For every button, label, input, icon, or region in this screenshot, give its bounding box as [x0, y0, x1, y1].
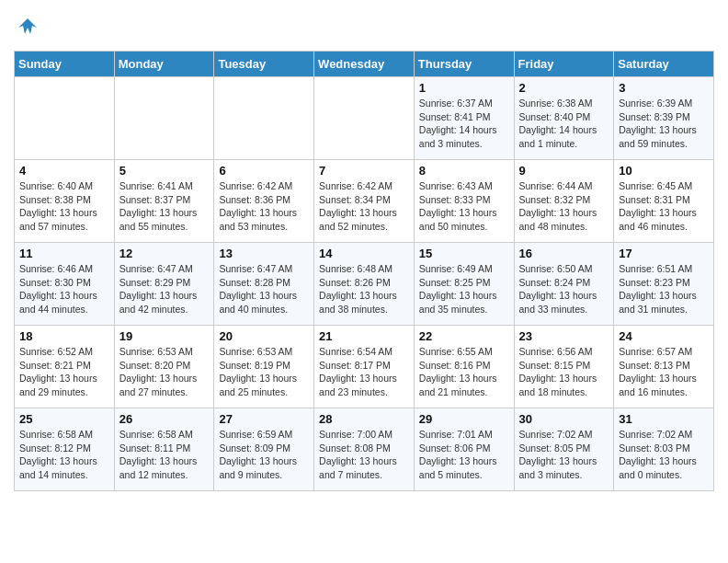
day-info: Sunrise: 6:56 AM Sunset: 8:15 PM Dayligh…: [519, 345, 609, 399]
day-info: Sunrise: 6:53 AM Sunset: 8:19 PM Dayligh…: [219, 345, 309, 399]
day-cell: 2Sunrise: 6:38 AM Sunset: 8:40 PM Daylig…: [514, 77, 614, 160]
day-number: 31: [619, 412, 709, 426]
day-number: 30: [519, 412, 609, 426]
day-info: Sunrise: 6:47 AM Sunset: 8:28 PM Dayligh…: [219, 262, 309, 316]
day-cell: 8Sunrise: 6:43 AM Sunset: 8:33 PM Daylig…: [414, 160, 514, 243]
day-number: 11: [19, 247, 109, 260]
day-number: 25: [19, 412, 109, 426]
weekday-header-sunday: Sunday: [15, 52, 115, 77]
day-cell: 24Sunrise: 6:57 AM Sunset: 8:13 PM Dayli…: [614, 326, 714, 408]
day-info: Sunrise: 6:41 AM Sunset: 8:37 PM Dayligh…: [119, 179, 210, 234]
day-info: Sunrise: 6:45 AM Sunset: 8:31 PM Dayligh…: [619, 179, 709, 234]
week-row-1: 1Sunrise: 6:37 AM Sunset: 8:41 PM Daylig…: [15, 77, 714, 160]
day-number: 14: [319, 247, 409, 260]
day-info: Sunrise: 6:58 AM Sunset: 8:12 PM Dayligh…: [19, 428, 109, 482]
day-number: 20: [219, 329, 309, 343]
logo: [14, 14, 47, 41]
week-row-5: 25Sunrise: 6:58 AM Sunset: 8:12 PM Dayli…: [15, 408, 714, 491]
svg-marker-0: [18, 18, 37, 34]
day-number: 18: [19, 329, 109, 343]
weekday-header-tuesday: Tuesday: [214, 52, 314, 77]
logo-icon: [14, 14, 41, 41]
day-number: 5: [119, 164, 210, 178]
day-number: 19: [119, 329, 210, 343]
day-number: 9: [519, 164, 609, 178]
day-cell: 17Sunrise: 6:51 AM Sunset: 8:23 PM Dayli…: [614, 243, 714, 326]
day-cell: 27Sunrise: 6:59 AM Sunset: 8:09 PM Dayli…: [214, 408, 314, 491]
day-info: Sunrise: 6:40 AM Sunset: 8:38 PM Dayligh…: [19, 179, 109, 234]
week-row-3: 11Sunrise: 6:46 AM Sunset: 8:30 PM Dayli…: [15, 243, 714, 326]
day-cell: 31Sunrise: 7:02 AM Sunset: 8:03 PM Dayli…: [614, 408, 714, 491]
day-info: Sunrise: 6:49 AM Sunset: 8:25 PM Dayligh…: [419, 262, 509, 316]
day-info: Sunrise: 6:50 AM Sunset: 8:24 PM Dayligh…: [519, 262, 609, 316]
day-number: 8: [419, 164, 509, 178]
day-number: 16: [519, 247, 609, 260]
day-cell: 16Sunrise: 6:50 AM Sunset: 8:24 PM Dayli…: [514, 243, 614, 326]
day-info: Sunrise: 6:44 AM Sunset: 8:32 PM Dayligh…: [519, 179, 609, 234]
day-cell: 20Sunrise: 6:53 AM Sunset: 8:19 PM Dayli…: [214, 326, 314, 408]
day-info: Sunrise: 6:52 AM Sunset: 8:21 PM Dayligh…: [19, 345, 109, 399]
day-cell: 5Sunrise: 6:41 AM Sunset: 8:37 PM Daylig…: [114, 160, 214, 243]
day-info: Sunrise: 7:02 AM Sunset: 8:03 PM Dayligh…: [619, 428, 709, 482]
day-number: 2: [519, 81, 609, 95]
weekday-header-saturday: Saturday: [614, 52, 714, 77]
day-number: 24: [619, 329, 709, 343]
weekday-header-thursday: Thursday: [414, 52, 514, 77]
day-number: 1: [419, 81, 509, 95]
day-info: Sunrise: 6:39 AM Sunset: 8:39 PM Dayligh…: [619, 97, 709, 151]
day-cell: 9Sunrise: 6:44 AM Sunset: 8:32 PM Daylig…: [514, 160, 614, 243]
day-info: Sunrise: 6:42 AM Sunset: 8:36 PM Dayligh…: [219, 179, 309, 234]
day-cell: 1Sunrise: 6:37 AM Sunset: 8:41 PM Daylig…: [414, 77, 514, 160]
day-number: 10: [619, 164, 709, 178]
day-cell: 15Sunrise: 6:49 AM Sunset: 8:25 PM Dayli…: [414, 243, 514, 326]
weekday-header-friday: Friday: [514, 52, 614, 77]
day-cell: [114, 77, 214, 160]
day-number: 23: [519, 329, 609, 343]
day-number: 22: [419, 329, 509, 343]
week-row-2: 4Sunrise: 6:40 AM Sunset: 8:38 PM Daylig…: [15, 160, 714, 243]
day-cell: 23Sunrise: 6:56 AM Sunset: 8:15 PM Dayli…: [514, 326, 614, 408]
day-cell: 18Sunrise: 6:52 AM Sunset: 8:21 PM Dayli…: [15, 326, 115, 408]
day-number: 4: [19, 164, 109, 178]
day-info: Sunrise: 6:55 AM Sunset: 8:16 PM Dayligh…: [419, 345, 509, 399]
day-cell: 26Sunrise: 6:58 AM Sunset: 8:11 PM Dayli…: [114, 408, 214, 491]
day-info: Sunrise: 7:00 AM Sunset: 8:08 PM Dayligh…: [319, 428, 409, 482]
day-info: Sunrise: 6:51 AM Sunset: 8:23 PM Dayligh…: [619, 262, 709, 316]
day-cell: 3Sunrise: 6:39 AM Sunset: 8:39 PM Daylig…: [614, 77, 714, 160]
day-cell: [314, 77, 415, 160]
day-cell: [214, 77, 314, 160]
weekday-header-monday: Monday: [114, 52, 214, 77]
day-number: 15: [419, 247, 509, 260]
day-cell: [15, 77, 115, 160]
day-cell: 19Sunrise: 6:53 AM Sunset: 8:20 PM Dayli…: [114, 326, 214, 408]
day-info: Sunrise: 7:01 AM Sunset: 8:06 PM Dayligh…: [419, 428, 509, 482]
day-cell: 25Sunrise: 6:58 AM Sunset: 8:12 PM Dayli…: [15, 408, 115, 491]
day-info: Sunrise: 6:53 AM Sunset: 8:20 PM Dayligh…: [119, 345, 210, 399]
day-number: 6: [219, 164, 309, 178]
day-cell: 28Sunrise: 7:00 AM Sunset: 8:08 PM Dayli…: [314, 408, 415, 491]
day-number: 27: [219, 412, 309, 426]
day-number: 13: [219, 247, 309, 260]
day-cell: 4Sunrise: 6:40 AM Sunset: 8:38 PM Daylig…: [15, 160, 115, 243]
day-info: Sunrise: 6:54 AM Sunset: 8:17 PM Dayligh…: [319, 345, 409, 399]
day-cell: 21Sunrise: 6:54 AM Sunset: 8:17 PM Dayli…: [314, 326, 415, 408]
day-cell: 13Sunrise: 6:47 AM Sunset: 8:28 PM Dayli…: [214, 243, 314, 326]
day-info: Sunrise: 6:37 AM Sunset: 8:41 PM Dayligh…: [419, 97, 509, 151]
day-info: Sunrise: 6:48 AM Sunset: 8:26 PM Dayligh…: [319, 262, 409, 316]
day-cell: 12Sunrise: 6:47 AM Sunset: 8:29 PM Dayli…: [114, 243, 214, 326]
day-cell: 10Sunrise: 6:45 AM Sunset: 8:31 PM Dayli…: [614, 160, 714, 243]
day-number: 17: [619, 247, 709, 260]
day-number: 26: [119, 412, 210, 426]
day-cell: 7Sunrise: 6:42 AM Sunset: 8:34 PM Daylig…: [314, 160, 415, 243]
day-cell: 11Sunrise: 6:46 AM Sunset: 8:30 PM Dayli…: [15, 243, 115, 326]
day-info: Sunrise: 7:02 AM Sunset: 8:05 PM Dayligh…: [519, 428, 609, 482]
day-number: 7: [319, 164, 409, 178]
day-info: Sunrise: 6:46 AM Sunset: 8:30 PM Dayligh…: [19, 262, 109, 316]
day-info: Sunrise: 6:59 AM Sunset: 8:09 PM Dayligh…: [219, 428, 309, 482]
day-cell: 29Sunrise: 7:01 AM Sunset: 8:06 PM Dayli…: [414, 408, 514, 491]
day-cell: 14Sunrise: 6:48 AM Sunset: 8:26 PM Dayli…: [314, 243, 415, 326]
day-number: 21: [319, 329, 409, 343]
weekday-header-wednesday: Wednesday: [314, 52, 415, 77]
week-row-4: 18Sunrise: 6:52 AM Sunset: 8:21 PM Dayli…: [15, 326, 714, 408]
day-cell: 6Sunrise: 6:42 AM Sunset: 8:36 PM Daylig…: [214, 160, 314, 243]
